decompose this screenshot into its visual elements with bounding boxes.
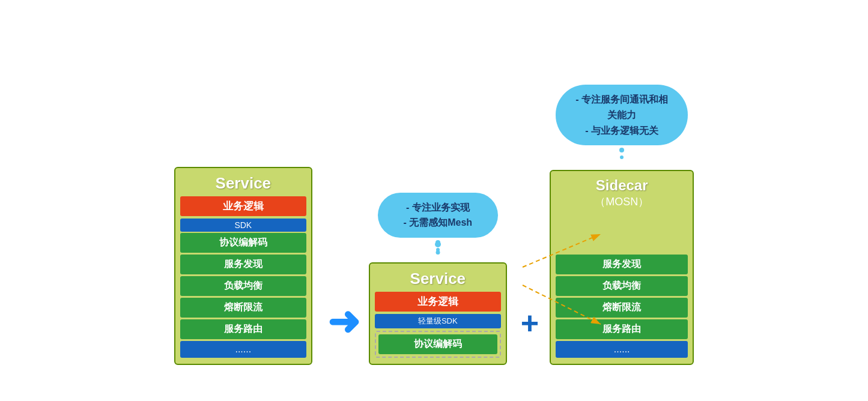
right-bubble: - 专注服务间通讯和相 关能力 - 与业务逻辑无关 xyxy=(556,85,688,145)
right-bubble-line1: - 专注服务间通讯和相 xyxy=(568,92,676,107)
sidecar-space xyxy=(556,214,688,255)
sidecar-routing: 服务路由 xyxy=(556,319,688,339)
left-row-loadbalance: 负载均衡 xyxy=(180,276,306,296)
diagram-container: Service 业务逻辑 SDK 协议编解码 服务发现 负载均衡 熔断限流 服务… xyxy=(0,0,868,401)
left-service-title: Service xyxy=(180,174,306,193)
right-bubble-line3: - 与业务逻辑无关 xyxy=(568,123,676,139)
left-row-discovery: 服务发现 xyxy=(180,255,306,274)
middle-row-protocol: 协议编解码 xyxy=(378,334,497,354)
sidecar-subtitle: （MOSN） xyxy=(556,194,688,209)
middle-service-box: Service 业务逻辑 轻量级SDK 协议编解码 xyxy=(369,262,507,365)
sidecar-box: Sidecar （MOSN） 服务发现 负载均衡 熔断限流 服务路由 .....… xyxy=(550,170,694,365)
sidecar-circuit: 熔断限流 xyxy=(556,298,688,318)
middle-bubble-line2: - 无需感知Mesh xyxy=(390,215,486,231)
middle-service-title: Service xyxy=(375,270,501,288)
middle-bubble: - 专注业务实现 - 无需感知Mesh xyxy=(378,193,498,238)
middle-bubble-line1: - 专注业务实现 xyxy=(390,200,486,216)
plus-sign: + xyxy=(521,305,539,341)
middle-row-business: 业务逻辑 xyxy=(375,292,501,312)
middle-row-sdk: 轻量级SDK xyxy=(375,314,501,328)
left-row-routing: 服务路由 xyxy=(180,319,306,339)
left-row-business: 业务逻辑 xyxy=(180,196,306,216)
sidecar-dots: ...... xyxy=(556,341,688,358)
left-row-dots: ...... xyxy=(180,341,306,358)
left-row-sdk: SDK xyxy=(180,219,306,232)
left-service-box: Service 业务逻辑 SDK 协议编解码 服务发现 负载均衡 熔断限流 服务… xyxy=(174,167,312,365)
sidecar-discovery: 服务发现 xyxy=(556,255,688,274)
left-row-circuit: 熔断限流 xyxy=(180,298,306,318)
left-row-protocol: 协议编解码 xyxy=(180,233,306,253)
right-bubble-line2: 关能力 xyxy=(568,107,676,123)
middle-dashed-box: 协议编解码 xyxy=(375,331,501,358)
arrow-right: ➜ xyxy=(327,302,360,341)
sidecar-title: Sidecar xyxy=(556,177,688,194)
sidecar-loadbalance: 负载均衡 xyxy=(556,276,688,296)
